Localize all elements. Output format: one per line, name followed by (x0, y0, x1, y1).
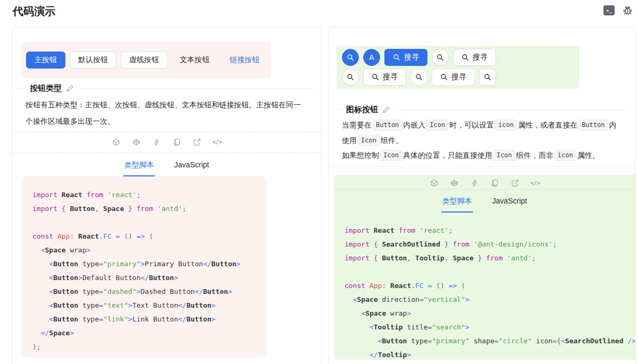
text-run: 属性，或者直接在 (518, 121, 577, 129)
demo-button-文本按钮[interactable]: 文本按钮 (172, 52, 217, 69)
demo-button-搜寻[interactable]: 搜寻 (384, 49, 427, 66)
text-run: 按钮有五种类型：主按钮、次按钮、虚线按钮、文本按钮和链接按钮。主按钮在同一个操作… (26, 100, 301, 125)
inline-code: Icon (358, 135, 380, 146)
code-panel: </> 类型脚本JavaScript import React from 're… (334, 175, 635, 360)
page-title: 代码演示 (13, 4, 55, 19)
code-line: <Button type="text">Text Button</Button> (32, 299, 266, 312)
search-icon (415, 73, 423, 81)
tab-typescript[interactable]: 类型脚本 (441, 192, 473, 213)
section-title: 按钮类型 (30, 83, 62, 94)
demo-toolbar: </> (12, 137, 321, 147)
demo-button-search[interactable] (342, 69, 359, 86)
code-line: </Space> (32, 326, 266, 340)
demo-toolbar: </> (334, 177, 635, 188)
paragraph: 当需要在Button内嵌入Icon时，可以设置icon属性，或者直接在Butto… (342, 117, 619, 148)
code-block-typescript: import React from 'react';import { Butto… (22, 176, 266, 358)
text-run: 当需要在 (342, 121, 372, 129)
search-icon (484, 73, 491, 81)
demo-button-A[interactable]: A (363, 49, 380, 66)
demo-card-button-type: 主按钮默认按钮虚线按钮文本按钮链接按钮 按钮类型 按钮有五种类型：主按钮、次按钮… (12, 27, 322, 364)
demo-card-icon-button: A搜寻搜寻搜寻搜寻 图标按钮 当需要在Button内嵌入Icon时，可以设置ic… (328, 27, 636, 364)
description-icon-button: 当需要在Button内嵌入Icon时，可以设置icon属性，或者直接在Butto… (342, 117, 619, 163)
code-line: <Tooltip title="search"> (345, 320, 635, 334)
demo-button-搜寻[interactable]: 搜寻 (432, 69, 475, 86)
dashed-divider (329, 166, 635, 167)
text-run: 组件，而非 (516, 151, 553, 159)
snippets-icon[interactable] (491, 179, 499, 187)
header-actions (603, 5, 633, 15)
search-icon (461, 54, 469, 61)
edit-icon[interactable] (66, 84, 74, 92)
export-icon[interactable] (193, 138, 202, 146)
inline-code: Button (373, 120, 402, 131)
code-language-tabs: 类型脚本JavaScript (334, 192, 635, 213)
code-line: import { Button, Space } from 'antd'; (32, 202, 266, 216)
code-block-typescript: import React from 'react';import { Searc… (334, 224, 635, 360)
button-label: 搜寻 (473, 53, 488, 62)
demo-button-search[interactable] (479, 69, 496, 86)
inline-code: Icon (380, 150, 402, 161)
code-line: const App: React.FC = () => ( (345, 279, 635, 293)
demo-button-虚线按钮[interactable]: 虚线按钮 (121, 52, 167, 69)
tab-javascript[interactable]: JavaScript (173, 156, 210, 176)
snippets-icon[interactable] (173, 138, 181, 146)
bug-icon[interactable] (623, 5, 633, 15)
thunderbolt-icon[interactable] (471, 179, 479, 187)
terminal-icon[interactable] (603, 5, 615, 15)
code-line: const App: React.FC = () => ( (32, 230, 266, 243)
demo-button-row: A搜寻搜寻 (342, 49, 579, 66)
codepen-icon[interactable] (450, 179, 459, 187)
divider-line (332, 109, 341, 110)
demo-area-icon-button: A搜寻搜寻搜寻搜寻 (337, 46, 579, 89)
codesandbox-icon[interactable] (430, 179, 439, 187)
export-icon[interactable] (511, 179, 519, 187)
code-line: import React from 'react'; (32, 188, 266, 202)
tab-typescript[interactable]: 类型脚本 (123, 156, 155, 176)
demo-button-search[interactable] (342, 49, 359, 66)
paragraph: 按钮有五种类型：主按钮、次按钮、虚线按钮、文本按钮和链接按钮。主按钮在同一个操作… (26, 97, 308, 130)
code-line: import { Button, Tooltip, Space } from '… (345, 251, 635, 265)
demo-button-search[interactable] (410, 69, 427, 86)
demo-button-链接按钮[interactable]: 链接按钮 (222, 52, 267, 69)
demo-button-主按钮[interactable]: 主按钮 (26, 52, 65, 69)
button-label: 主按钮 (35, 55, 57, 65)
demo-button-row: 搜寻搜寻 (342, 69, 579, 86)
text-run: 时，可以设置 (449, 121, 494, 129)
search-icon (393, 54, 400, 61)
button-label: 搜寻 (383, 72, 398, 82)
button-label: 默认按钮 (78, 55, 108, 65)
dashed-divider (12, 153, 321, 153)
search-icon (440, 73, 448, 81)
demo-button-搜寻[interactable]: 搜寻 (363, 69, 406, 86)
code-line: <Button type="dashed">Dashed Button</But… (32, 285, 266, 299)
codesandbox-icon[interactable] (112, 138, 121, 146)
search-icon (372, 73, 379, 81)
inline-code: icon (495, 120, 517, 131)
inline-code: Button (578, 120, 608, 131)
code-line: </Tooltip> (345, 348, 635, 360)
demo-button-search[interactable] (432, 49, 449, 66)
thunderbolt-icon[interactable] (153, 138, 161, 146)
code-icon[interactable]: </> (531, 179, 540, 187)
text-run: 如果想控制 (342, 151, 379, 159)
search-icon (436, 54, 444, 61)
code-icon[interactable]: </> (213, 138, 222, 146)
code-line: <Space wrap> (32, 243, 266, 257)
page: 代码演示 主按钮默认按钮虚线按钮文本按钮链接按钮 按钮类型 (0, 0, 638, 364)
inline-code: Icon (493, 150, 515, 161)
button-label: 搜寻 (451, 72, 466, 82)
dashed-divider (334, 189, 635, 190)
codepen-icon[interactable] (132, 138, 141, 146)
inline-code: icon (555, 150, 576, 161)
demo-button-默认按钮[interactable]: 默认按钮 (70, 52, 116, 69)
code-line: <Button>Default Button</Button> (32, 271, 266, 285)
code-line: <Space wrap> (345, 307, 635, 320)
edit-icon[interactable] (383, 106, 390, 113)
divider-line (395, 109, 628, 110)
code-line: <Space direction="vertical"> (345, 293, 635, 307)
demo-area-button-type: 主按钮默认按钮虚线按钮文本按钮链接按钮 (22, 42, 271, 78)
demo-button-搜寻[interactable]: 搜寻 (453, 49, 496, 66)
description-button-type: 按钮有五种类型：主按钮、次按钮、虚线按钮、文本按钮和链接按钮。主按钮在同一个操作… (26, 97, 308, 130)
tab-javascript[interactable]: JavaScript (491, 192, 528, 213)
paragraph: 如果想控制Icon具体的位置，只能直接使用Icon组件，而非icon属性。 (342, 148, 619, 163)
